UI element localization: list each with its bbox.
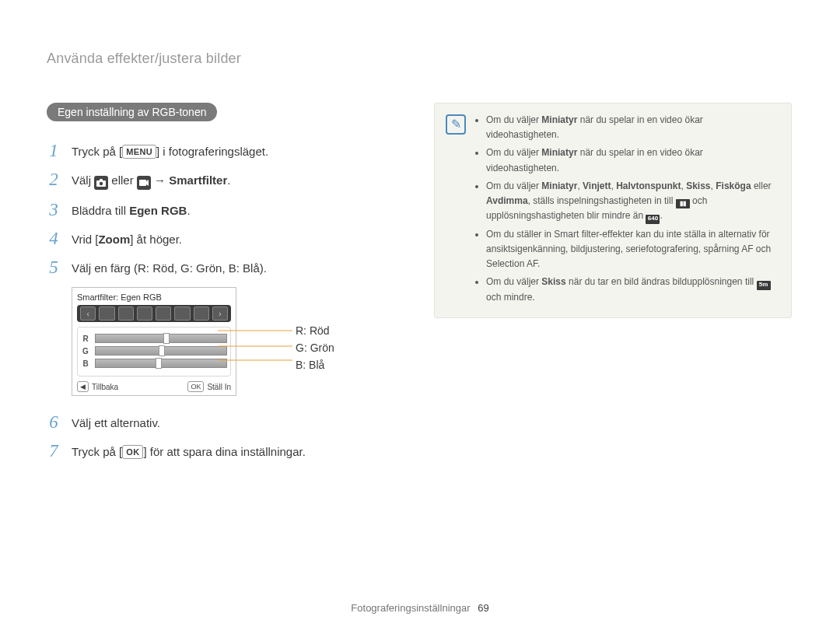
- back-button: ◀Tillbaka: [77, 381, 118, 392]
- text-bold: Zoom: [98, 233, 130, 246]
- ok-key-icon: OK: [122, 445, 143, 459]
- back-key-icon: ◀: [77, 381, 89, 392]
- ok-key-icon: OK: [187, 381, 204, 392]
- slider-track: [95, 334, 227, 343]
- device-button-row: ◀Tillbaka OKStäll In: [77, 381, 231, 392]
- step-number: 7: [47, 442, 61, 460]
- step-1: 1 Tryck på [MENU] i fotograferingsläget.: [47, 142, 397, 159]
- step-5: 5 Välj en färg (R: Röd, G: Grön, B: Blå)…: [47, 258, 397, 276]
- text: Tillbaka: [92, 383, 118, 391]
- slider-r: R: [81, 334, 227, 343]
- svg-rect-3: [139, 180, 146, 186]
- step-6: 6 Välj ett alternativ.: [47, 413, 397, 431]
- text: ] åt höger.: [130, 233, 182, 246]
- section-title-pill: Egen inställning av RGB-tonen: [47, 103, 217, 121]
- text-bold: Smartfilter: [169, 173, 227, 187]
- text-bold: Miniatyr: [541, 147, 577, 158]
- note-item: Om du väljer Miniatyr, Vinjett, Halvtons…: [486, 179, 779, 224]
- right-column: ✎ Om du väljer Miniatyr när du spelar in…: [434, 103, 792, 471]
- filter-thumb: [137, 306, 152, 321]
- camera-mode-icon: [94, 176, 108, 190]
- step-text: Välj en färg (R: Röd, G: Grön, B: Blå).: [72, 258, 267, 276]
- filter-thumb: [174, 306, 190, 321]
- text: , ställs inspelningshastigheten in till: [528, 195, 676, 206]
- text: eller: [108, 173, 137, 187]
- svg-rect-1: [100, 179, 103, 181]
- note-item: Om du väljer Miniatyr när du spelar in e…: [486, 113, 779, 142]
- header-title: Använda effekter/justera bilder: [47, 51, 241, 66]
- text: när du tar en bild ändras bildupplösning…: [566, 276, 757, 287]
- page-footer: Fotograferingsinställningar 69: [0, 602, 840, 614]
- text: .: [227, 173, 230, 187]
- slider-track: [95, 359, 227, 368]
- filter-thumb: [156, 306, 171, 321]
- device-screen: Smartfilter: Egen RGB ‹ › R: [72, 287, 236, 396]
- step-number: 2: [47, 170, 61, 188]
- rgb-sliders: R G B: [77, 327, 231, 377]
- text-bold: Miniatyr: [541, 114, 577, 125]
- step-3: 3 Bläddra till Egen RGB.: [47, 201, 397, 219]
- text-bold: Avdimma: [486, 195, 528, 206]
- text: ] för att spara dina inställningar.: [143, 445, 305, 458]
- page-number: 69: [478, 602, 488, 614]
- step-number: 1: [47, 142, 61, 159]
- step-text: Bläddra till Egen RGB.: [72, 201, 191, 219]
- page-header: Använda effekter/justera bilder: [47, 51, 793, 67]
- annotation-r: R: Röd: [296, 324, 330, 337]
- slider-b: B: [81, 359, 227, 368]
- annotation-g: G: Grön: [296, 342, 334, 354]
- step-list-cont: 6 Välj ett alternativ. 7 Tryck på [OK] f…: [47, 413, 397, 460]
- section-title-text: Egen inställning av RGB-tonen: [58, 106, 206, 118]
- step-text: Välj eller → Smartfilter.: [72, 170, 230, 190]
- text: Bläddra till: [72, 204, 129, 217]
- filter-thumb-selected: [194, 306, 209, 321]
- text: .: [187, 204, 190, 217]
- step-text: Välj ett alternativ.: [72, 413, 160, 431]
- note-item: Om du ställer in Smart filter-effekter k…: [486, 227, 779, 272]
- note-item: Om du väljer Miniatyr när du spelar in e…: [486, 145, 779, 175]
- slider-label: G: [81, 347, 90, 356]
- resolution-5m-icon: 5m: [757, 281, 771, 290]
- filter-thumb: [118, 306, 134, 321]
- device-title: Smartfilter: Egen RGB: [77, 292, 231, 302]
- text: Välj ett alternativ.: [72, 416, 160, 429]
- info-icon: ✎: [446, 114, 466, 135]
- text: Om du väljer: [486, 114, 541, 125]
- step-7: 7 Tryck på [OK] för att spara dina instä…: [47, 442, 397, 460]
- slider-label: B: [81, 359, 90, 368]
- text: Om du väljer: [486, 276, 541, 287]
- rec-speed-icon: ▮▮: [676, 199, 690, 208]
- annotation-b: B: Blå: [296, 359, 324, 371]
- text: ] i fotograferingsläget.: [156, 145, 268, 158]
- text-bold: Skiss: [686, 180, 710, 191]
- step-text: Tryck på [MENU] i fotograferingsläget.: [72, 142, 268, 159]
- step-number: 5: [47, 258, 61, 276]
- text-bold: Skiss: [541, 276, 565, 287]
- slider-label: R: [81, 335, 90, 343]
- step-list: 1 Tryck på [MENU] i fotograferingsläget.…: [47, 142, 397, 276]
- menu-key-icon: MENU: [122, 145, 156, 159]
- text-bold: Vinjett: [583, 180, 611, 191]
- text: Välj en färg (R: Röd, G: Grön, B: Blå).: [72, 261, 267, 275]
- video-mode-icon: [137, 176, 151, 190]
- text-bold: Halvtonspunkt: [616, 180, 681, 191]
- text-bold: Egen RGB: [129, 204, 187, 217]
- filter-thumb-row: ‹ ›: [77, 305, 231, 322]
- text: →: [151, 173, 169, 187]
- slider-g: G: [81, 346, 227, 356]
- step-number: 3: [47, 201, 61, 219]
- text: Om du väljer: [486, 147, 541, 158]
- text: eller: [751, 180, 772, 191]
- text: Tryck på [: [72, 445, 122, 458]
- note-box: ✎ Om du väljer Miniatyr när du spelar in…: [434, 103, 792, 318]
- text: Vrid [: [72, 233, 98, 246]
- footer-label: Fotograferingsinställningar: [351, 602, 470, 614]
- text-bold: Miniatyr: [541, 180, 577, 191]
- step-4: 4 Vrid [Zoom] åt höger.: [47, 229, 397, 247]
- text: Välj: [72, 173, 94, 187]
- step-text: Tryck på [OK] för att spara dina inställ…: [72, 442, 306, 460]
- resolution-640-icon: 640: [646, 215, 660, 224]
- text-bold: Fisköga: [716, 180, 751, 191]
- step-text: Vrid [Zoom] åt höger.: [72, 229, 182, 247]
- text: .: [660, 210, 662, 221]
